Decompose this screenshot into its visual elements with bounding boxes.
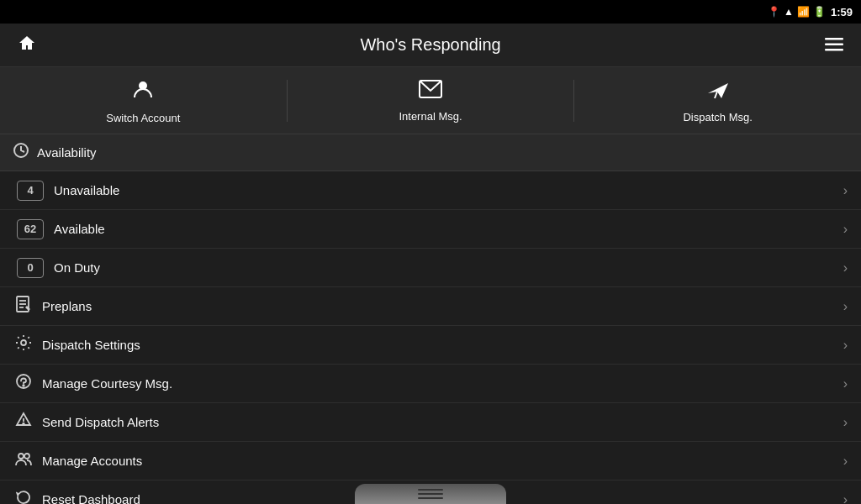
home-button[interactable]: [12, 34, 42, 56]
availability-icon: [13, 143, 29, 162]
dispatch-settings-item[interactable]: Dispatch Settings ›: [0, 326, 861, 365]
svg-point-16: [18, 454, 24, 459]
availability-section-header: Availability: [0, 134, 861, 171]
dispatch-msg-label: Dispatch Msg.: [683, 111, 752, 123]
on-duty-left: 0 On Duty: [17, 258, 100, 278]
on-duty-label: On Duty: [54, 260, 100, 275]
send-dispatch-alerts-chevron: ›: [843, 415, 848, 430]
available-item[interactable]: 62 Available ›: [0, 210, 861, 249]
manage-accounts-icon: [13, 450, 34, 471]
svg-point-17: [24, 454, 29, 459]
unavailable-badge: 4: [17, 181, 44, 201]
send-dispatch-alerts-left: Send Dispatch Alerts: [13, 412, 159, 433]
dispatch-settings-chevron: ›: [843, 338, 848, 353]
manage-accounts-left: Manage Accounts: [13, 450, 142, 471]
header-title: Who's Responding: [42, 35, 819, 55]
svg-line-5: [715, 92, 717, 98]
reset-dashboard-left: Reset Dashboard: [13, 489, 140, 504]
signal-icon: 📶: [797, 6, 810, 18]
on-duty-badge: 0: [17, 258, 44, 278]
manage-courtesy-left: Manage Courtesy Msg.: [13, 373, 172, 394]
unavailable-label: Unavailable: [54, 183, 119, 197]
svg-point-15: [23, 423, 24, 425]
manage-accounts-label: Manage Accounts: [42, 454, 142, 468]
svg-rect-1: [825, 43, 843, 45]
dispatch-settings-label: Dispatch Settings: [42, 338, 140, 352]
preplans-chevron: ›: [843, 299, 848, 314]
bottom-bar-lines: [418, 489, 443, 499]
preplans-icon: [13, 296, 34, 317]
unavailable-chevron: ›: [843, 183, 848, 198]
manage-courtesy-label: Manage Courtesy Msg.: [42, 376, 172, 391]
switch-account-icon: [131, 77, 155, 107]
status-bar: 📍 ▲ 📶 🔋 1:59: [0, 0, 861, 24]
manage-courtesy-icon: [13, 373, 34, 394]
availability-label: Availability: [37, 145, 97, 160]
svg-rect-2: [825, 49, 843, 51]
dispatch-settings-left: Dispatch Settings: [13, 334, 140, 355]
menu-list: Availability 4 Unavailable › 62 Availabl…: [0, 134, 861, 504]
send-dispatch-alerts-icon: [13, 412, 34, 433]
send-dispatch-alerts-item[interactable]: Send Dispatch Alerts ›: [0, 403, 861, 442]
unavailable-left: 4 Unavailable: [17, 181, 119, 201]
bottom-bar-line-3: [418, 497, 443, 499]
reset-dashboard-label: Reset Dashboard: [42, 492, 140, 504]
internal-msg-button[interactable]: Internal Msg.: [288, 71, 574, 131]
bottom-bar-line-1: [418, 489, 443, 491]
internal-msg-icon: [419, 79, 442, 105]
header: Who's Responding: [0, 24, 861, 67]
action-bar: Switch Account Internal Msg. Dispatch Ms…: [0, 67, 861, 134]
internal-msg-label: Internal Msg.: [399, 110, 462, 123]
preplans-label: Preplans: [42, 299, 92, 313]
bottom-bar-line-2: [418, 493, 443, 495]
status-icons: 📍 ▲ 📶 🔋: [768, 6, 826, 18]
dispatch-msg-button[interactable]: Dispatch Msg.: [574, 70, 861, 132]
reset-dashboard-icon: [13, 489, 34, 504]
on-duty-item[interactable]: 0 On Duty ›: [0, 249, 861, 287]
preplans-left: Preplans: [13, 296, 92, 317]
dispatch-msg-icon: [706, 78, 730, 106]
location-icon: 📍: [768, 6, 780, 18]
bottom-bar: [355, 484, 506, 504]
switch-account-label: Switch Account: [106, 112, 180, 124]
reset-dashboard-chevron: ›: [843, 492, 848, 505]
available-label: Available: [54, 222, 105, 236]
send-dispatch-alerts-label: Send Dispatch Alerts: [42, 415, 159, 429]
menu-button[interactable]: [819, 34, 849, 56]
manage-accounts-item[interactable]: Manage Accounts ›: [0, 442, 861, 480]
available-badge: 62: [17, 219, 44, 239]
manage-accounts-chevron: ›: [843, 454, 848, 469]
switch-account-button[interactable]: Switch Account: [0, 69, 287, 133]
wifi-icon: ▲: [784, 6, 794, 18]
preplans-item[interactable]: Preplans ›: [0, 287, 861, 326]
available-left: 62 Available: [17, 219, 105, 239]
svg-point-13: [23, 385, 24, 386]
svg-rect-0: [825, 38, 843, 40]
status-time: 1:59: [831, 6, 853, 18]
on-duty-chevron: ›: [843, 260, 848, 276]
manage-courtesy-chevron: ›: [843, 376, 848, 391]
manage-courtesy-item[interactable]: Manage Courtesy Msg. ›: [0, 365, 861, 403]
available-chevron: ›: [843, 222, 848, 237]
svg-point-11: [21, 340, 26, 345]
battery-icon: 🔋: [813, 6, 826, 18]
dispatch-settings-icon: [13, 334, 34, 355]
unavailable-item[interactable]: 4 Unavailable ›: [0, 171, 861, 210]
